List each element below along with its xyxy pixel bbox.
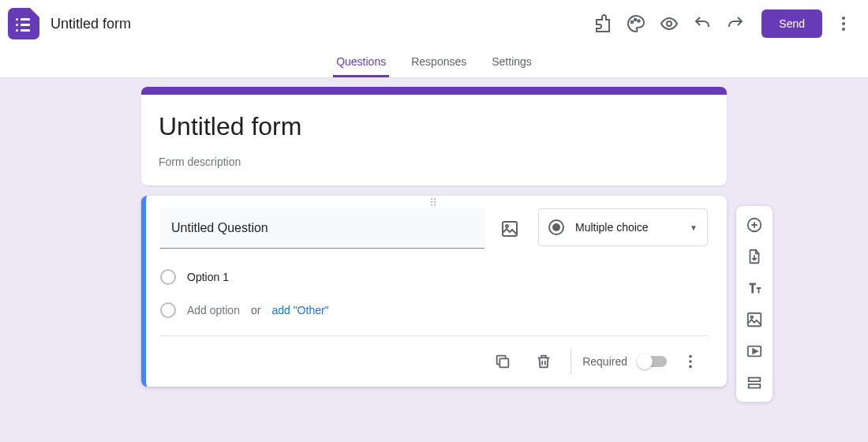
radio-icon <box>160 302 176 318</box>
tab-responses[interactable]: Responses <box>408 47 470 77</box>
tab-questions[interactable]: Questions <box>333 47 389 77</box>
svg-point-15 <box>750 316 753 318</box>
side-toolbar <box>736 206 773 402</box>
more-icon[interactable] <box>827 7 860 40</box>
question-more-icon[interactable] <box>673 344 708 379</box>
svg-point-6 <box>842 28 845 31</box>
import-questions-icon[interactable] <box>739 242 769 271</box>
radio-icon <box>548 219 564 235</box>
svg-point-12 <box>689 365 692 369</box>
add-question-icon[interactable] <box>739 211 769 239</box>
delete-icon[interactable] <box>526 344 561 379</box>
addons-icon[interactable] <box>586 7 619 40</box>
add-option-button[interactable]: Add option <box>187 304 240 317</box>
chevron-down-icon: ▼ <box>690 223 698 232</box>
question-type-select[interactable]: Multiple choice ▼ <box>538 208 708 246</box>
svg-rect-9 <box>500 358 509 367</box>
add-other-link[interactable]: add "Other" <box>271 304 328 317</box>
svg-rect-18 <box>749 384 761 388</box>
redo-icon[interactable] <box>719 7 752 40</box>
title-card[interactable]: Untitled form Form description <box>141 87 727 185</box>
add-option-row: Add option or add "Other" <box>160 302 708 318</box>
svg-point-0 <box>631 21 634 24</box>
svg-rect-7 <box>503 222 517 236</box>
svg-rect-17 <box>749 378 761 382</box>
required-toggle[interactable] <box>638 356 667 367</box>
svg-point-5 <box>842 22 845 25</box>
drag-handle-icon[interactable]: ⠿ <box>160 196 708 208</box>
svg-point-11 <box>689 360 692 363</box>
duplicate-icon[interactable] <box>485 344 520 379</box>
required-label: Required <box>582 355 627 368</box>
svg-point-4 <box>842 17 845 20</box>
undo-icon[interactable] <box>686 7 719 40</box>
tab-settings[interactable]: Settings <box>488 47 535 77</box>
svg-point-10 <box>689 355 692 358</box>
question-footer: Required <box>160 335 708 382</box>
preview-icon[interactable] <box>653 7 686 40</box>
radio-icon <box>160 269 176 285</box>
document-name[interactable]: Untitled form <box>51 16 131 32</box>
svg-point-2 <box>638 20 640 22</box>
add-title-icon[interactable] <box>739 274 769 302</box>
palette-icon[interactable] <box>619 7 653 40</box>
or-text: or <box>251 304 260 317</box>
tabs: Questions Responses Settings <box>0 47 868 78</box>
svg-point-3 <box>667 21 672 26</box>
add-image-icon[interactable] <box>500 219 522 242</box>
svg-point-8 <box>506 225 508 227</box>
question-type-label: Multiple choice <box>575 221 679 234</box>
option-row[interactable]: Option 1 <box>160 269 708 285</box>
header-bar: Untitled form Send <box>0 0 868 47</box>
forms-logo-icon[interactable] <box>8 8 39 39</box>
form-title[interactable]: Untitled form <box>159 112 709 141</box>
form-description[interactable]: Form description <box>159 155 709 168</box>
svg-rect-14 <box>748 313 761 327</box>
svg-point-1 <box>634 19 637 21</box>
add-section-icon[interactable] <box>739 369 769 397</box>
option-label[interactable]: Option 1 <box>187 271 229 283</box>
add-video-icon[interactable] <box>739 337 769 365</box>
send-button[interactable]: Send <box>761 9 822 38</box>
question-title-input[interactable] <box>160 208 485 249</box>
canvas: Untitled form Form description ⠿ Multipl… <box>0 78 868 442</box>
add-image-block-icon[interactable] <box>739 305 769 334</box>
question-card[interactable]: ⠿ Multiple choice ▼ Option 1 <box>141 196 727 387</box>
